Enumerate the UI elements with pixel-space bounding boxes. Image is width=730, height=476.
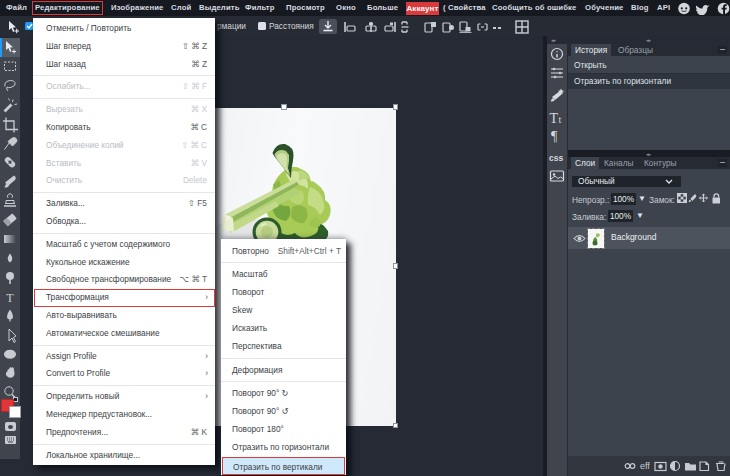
svg-text:eff: eff	[640, 461, 650, 471]
svg-text:t: t	[559, 114, 562, 125]
svg-text:T: T	[6, 291, 14, 305]
svg-text:¶: ¶	[551, 129, 558, 144]
svg-text:T: T	[550, 111, 559, 126]
svg-text:css: css	[549, 153, 563, 163]
